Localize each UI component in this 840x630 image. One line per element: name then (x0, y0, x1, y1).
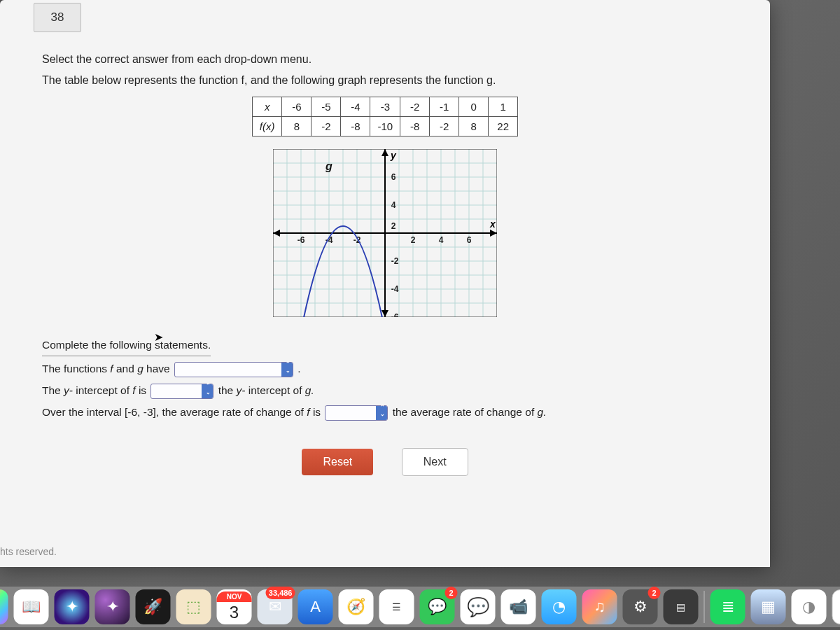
table-cell: 8 (282, 117, 312, 136)
svg-marker-29 (382, 149, 388, 156)
question-content: Select the correct answer from each drop… (0, 32, 770, 489)
table-cell: -8 (400, 117, 430, 136)
dock-calendar-icon[interactable]: NOV 3 (217, 589, 252, 624)
calendar-day: 3 (230, 602, 239, 623)
dock-messages-icon[interactable]: 💬 2 (420, 589, 455, 624)
svg-text:-6: -6 (391, 312, 399, 317)
dock-app-icon[interactable]: ✦ (95, 589, 130, 624)
svg-text:6: 6 (467, 235, 472, 245)
question-window: 38 Select the correct answer from each d… (0, 0, 770, 567)
next-button[interactable]: Next (402, 448, 468, 476)
s2-g: g. (305, 384, 314, 396)
svg-marker-28 (273, 230, 280, 237)
s2-text: is (139, 384, 150, 396)
s3-text: Over the interval [-6, -3], the average … (42, 406, 307, 418)
dropdown-1[interactable] (174, 362, 293, 377)
dock-messages2-icon[interactable]: 💬 (461, 589, 496, 624)
dock-itunes-icon[interactable]: ♫ (582, 589, 617, 624)
messages-badge: 2 (445, 587, 458, 599)
button-row: Reset Next (42, 448, 728, 476)
macos-dock: ✿ 📖 ✦ ✦ 🚀 ⬚ NOV 3 ✉ 33,486 A 🧭 ☰ 💬 2 💬 📹… (0, 587, 840, 627)
function-table: x -6 -5 -4 -3 -2 -1 0 1 f(x) 8 -2 -8 -10… (252, 97, 518, 136)
series-label-g: g (325, 160, 332, 172)
dock-trash-icon[interactable] (832, 589, 841, 624)
prefs-badge: 2 (648, 587, 661, 599)
s1-text: have (146, 363, 173, 374)
s2-text: The (42, 384, 64, 396)
s2-text: intercept of (76, 384, 132, 396)
dock-app-icon[interactable]: ▤ (664, 589, 699, 624)
x-axis-label: x (489, 218, 496, 230)
graph-svg: -6 -4 -2 2 4 6 6 4 2 -2 -4 -6 y x g (273, 149, 497, 317)
dock-photos-icon[interactable]: ✿ (0, 589, 8, 624)
dock-app-icon[interactable]: ◑ (792, 589, 827, 624)
dock-safari-icon[interactable]: 🧭 (339, 589, 374, 624)
dock-appstore-icon[interactable]: A (298, 589, 333, 624)
y-axis-label: y (390, 150, 397, 161)
svg-text:-2: -2 (391, 256, 399, 266)
mail-badge: 33,486 (266, 587, 295, 599)
table-cell: -2 (430, 117, 459, 136)
dock-app-icon[interactable]: ◔ (542, 589, 577, 624)
table-cell: 8 (459, 117, 489, 136)
s1-g: g (137, 363, 146, 374)
calendar-month: NOV (217, 592, 252, 602)
graph-container: -6 -4 -2 2 4 6 6 4 2 -2 -4 -6 y x g (42, 149, 728, 320)
dock-facetime-icon[interactable]: 📹 (501, 589, 536, 624)
reset-button[interactable]: Reset (302, 449, 373, 475)
table-fx-label: f(x) (252, 117, 282, 136)
dock-dictionary-icon[interactable]: 📖 (14, 589, 49, 624)
s3-g: g. (538, 406, 547, 418)
dock-app-icon[interactable]: ✦ (55, 589, 90, 624)
table-cell: -6 (282, 97, 312, 117)
dock-reminders-icon[interactable]: ☰ (379, 589, 414, 624)
table-cell: 1 (489, 97, 518, 117)
s1-text: The functions (42, 363, 110, 374)
table-cell: -3 (370, 97, 400, 117)
dock-spotify-icon[interactable]: ≣ (710, 589, 746, 624)
dropdown-2[interactable] (150, 384, 214, 399)
s3-text: the average rate of change of (393, 406, 538, 418)
dock-mail-icon[interactable]: ✉ 33,486 (258, 589, 293, 624)
svg-text:-6: -6 (298, 235, 305, 245)
table-cell: 22 (489, 117, 518, 136)
dropdown-3[interactable] (325, 405, 388, 421)
s2-f: f (132, 384, 139, 396)
question-number: 38 (34, 3, 81, 32)
svg-text:-4: -4 (391, 284, 399, 294)
footer-rights: hts reserved. (0, 546, 57, 557)
dock-separator (704, 591, 705, 623)
svg-text:2: 2 (391, 221, 396, 231)
s1-text: . (298, 363, 300, 374)
table-cell: -2 (312, 117, 341, 136)
dock-app-icon[interactable]: ⬚ (176, 589, 211, 624)
mouse-cursor-icon: ➤ (154, 330, 163, 344)
statements-block: Complete the following statements. The f… (42, 334, 728, 423)
svg-text:4: 4 (391, 200, 396, 210)
table-cell: 0 (459, 97, 489, 117)
table-cell: -1 (430, 97, 459, 117)
s3-f: f (307, 406, 313, 418)
svg-text:2: 2 (411, 235, 416, 245)
intro-text: The table below represents the function … (42, 74, 728, 87)
dock-preferences-icon[interactable]: ⚙ 2 (623, 589, 658, 624)
s1-text: and (116, 363, 137, 374)
s2-y: y- (64, 384, 73, 396)
statements-heading: Complete the following statements. (42, 334, 211, 356)
s2-text: intercept of (248, 384, 305, 396)
svg-text:4: 4 (439, 235, 444, 245)
table-cell: -4 (341, 97, 370, 117)
table-cell: -10 (370, 117, 400, 136)
instruction-text: Select the correct answer from each drop… (42, 53, 728, 66)
table-cell: -8 (341, 117, 370, 136)
svg-text:6: 6 (391, 172, 396, 182)
s3-text: is (313, 406, 324, 418)
s2-text: the (218, 384, 237, 396)
table-cell: -2 (400, 97, 430, 117)
dock-app-icon[interactable]: ▦ (751, 589, 786, 624)
s2-y2: y- (237, 384, 246, 396)
svg-marker-27 (490, 230, 497, 237)
table-cell: -5 (312, 97, 341, 117)
dock-launchpad-icon[interactable]: 🚀 (136, 589, 171, 624)
s1-f: f (110, 363, 116, 374)
